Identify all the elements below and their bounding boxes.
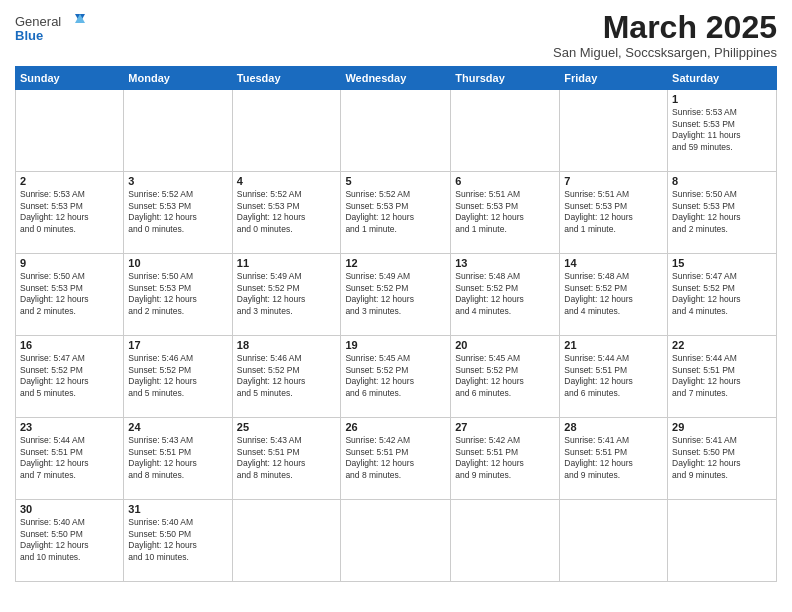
day-num: 23 (20, 421, 119, 433)
table-row: 30 Sunrise: 5:40 AMSunset: 5:50 PMDaylig… (16, 500, 777, 582)
day-num: 1 (672, 93, 772, 105)
day-info: Sunrise: 5:49 AMSunset: 5:52 PMDaylight:… (345, 271, 446, 317)
logo: General Blue (15, 10, 85, 48)
calendar-page: General Blue March 2025 San Miguel, Socc… (0, 0, 792, 612)
day-info: Sunrise: 5:41 AMSunset: 5:50 PMDaylight:… (672, 435, 772, 481)
header-monday: Monday (124, 67, 232, 90)
day-cell-4: 4 Sunrise: 5:52 AMSunset: 5:53 PMDayligh… (232, 172, 341, 254)
day-num: 11 (237, 257, 337, 269)
day-cell-29: 29 Sunrise: 5:41 AMSunset: 5:50 PMDaylig… (668, 418, 777, 500)
header-saturday: Saturday (668, 67, 777, 90)
header-sunday: Sunday (16, 67, 124, 90)
table-row: 23 Sunrise: 5:44 AMSunset: 5:51 PMDaylig… (16, 418, 777, 500)
subtitle: San Miguel, Soccsksargen, Philippines (553, 45, 777, 60)
day-info: Sunrise: 5:45 AMSunset: 5:52 PMDaylight:… (345, 353, 446, 399)
day-cell-15: 15 Sunrise: 5:47 AMSunset: 5:52 PMDaylig… (668, 254, 777, 336)
day-info: Sunrise: 5:50 AMSunset: 5:53 PMDaylight:… (20, 271, 119, 317)
table-row: 9 Sunrise: 5:50 AMSunset: 5:53 PMDayligh… (16, 254, 777, 336)
day-info: Sunrise: 5:46 AMSunset: 5:52 PMDaylight:… (128, 353, 227, 399)
day-cell-9: 9 Sunrise: 5:50 AMSunset: 5:53 PMDayligh… (16, 254, 124, 336)
day-cell-14: 14 Sunrise: 5:48 AMSunset: 5:52 PMDaylig… (560, 254, 668, 336)
calendar-table: Sunday Monday Tuesday Wednesday Thursday… (15, 66, 777, 582)
day-num: 16 (20, 339, 119, 351)
header-tuesday: Tuesday (232, 67, 341, 90)
day-num: 28 (564, 421, 663, 433)
day-info: Sunrise: 5:43 AMSunset: 5:51 PMDaylight:… (237, 435, 337, 481)
day-cell-13: 13 Sunrise: 5:48 AMSunset: 5:52 PMDaylig… (451, 254, 560, 336)
day-cell-1: 1 Sunrise: 5:53 AMSunset: 5:53 PMDayligh… (668, 90, 777, 172)
day-info: Sunrise: 5:45 AMSunset: 5:52 PMDaylight:… (455, 353, 555, 399)
svg-text:Blue: Blue (15, 28, 43, 43)
day-info: Sunrise: 5:44 AMSunset: 5:51 PMDaylight:… (672, 353, 772, 399)
day-num: 31 (128, 503, 227, 515)
day-cell-8: 8 Sunrise: 5:50 AMSunset: 5:53 PMDayligh… (668, 172, 777, 254)
table-row: 2 Sunrise: 5:53 AMSunset: 5:53 PMDayligh… (16, 172, 777, 254)
day-cell-11: 11 Sunrise: 5:49 AMSunset: 5:52 PMDaylig… (232, 254, 341, 336)
day-num: 10 (128, 257, 227, 269)
day-info: Sunrise: 5:49 AMSunset: 5:52 PMDaylight:… (237, 271, 337, 317)
empty-cell (341, 90, 451, 172)
day-info: Sunrise: 5:50 AMSunset: 5:53 PMDaylight:… (128, 271, 227, 317)
day-num: 24 (128, 421, 227, 433)
day-num: 19 (345, 339, 446, 351)
empty-cell (668, 500, 777, 582)
generalblue-logo: General Blue (15, 10, 85, 48)
empty-cell (232, 90, 341, 172)
empty-cell (451, 500, 560, 582)
day-info: Sunrise: 5:44 AMSunset: 5:51 PMDaylight:… (564, 353, 663, 399)
empty-cell (232, 500, 341, 582)
empty-cell (124, 90, 232, 172)
svg-text:General: General (15, 14, 61, 29)
day-info: Sunrise: 5:51 AMSunset: 5:53 PMDaylight:… (455, 189, 555, 235)
day-num: 26 (345, 421, 446, 433)
day-num: 20 (455, 339, 555, 351)
month-title: March 2025 (553, 10, 777, 45)
day-info: Sunrise: 5:42 AMSunset: 5:51 PMDaylight:… (455, 435, 555, 481)
day-cell-7: 7 Sunrise: 5:51 AMSunset: 5:53 PMDayligh… (560, 172, 668, 254)
day-num: 3 (128, 175, 227, 187)
day-cell-17: 17 Sunrise: 5:46 AMSunset: 5:52 PMDaylig… (124, 336, 232, 418)
day-cell-18: 18 Sunrise: 5:46 AMSunset: 5:52 PMDaylig… (232, 336, 341, 418)
day-num: 29 (672, 421, 772, 433)
empty-cell (560, 90, 668, 172)
day-info: Sunrise: 5:40 AMSunset: 5:50 PMDaylight:… (20, 517, 119, 563)
day-num: 5 (345, 175, 446, 187)
day-num: 13 (455, 257, 555, 269)
day-cell-20: 20 Sunrise: 5:45 AMSunset: 5:52 PMDaylig… (451, 336, 560, 418)
day-info: Sunrise: 5:52 AMSunset: 5:53 PMDaylight:… (128, 189, 227, 235)
empty-cell (560, 500, 668, 582)
day-num: 27 (455, 421, 555, 433)
title-block: March 2025 San Miguel, Soccsksargen, Phi… (553, 10, 777, 60)
day-num: 18 (237, 339, 337, 351)
day-cell-25: 25 Sunrise: 5:43 AMSunset: 5:51 PMDaylig… (232, 418, 341, 500)
day-info: Sunrise: 5:52 AMSunset: 5:53 PMDaylight:… (237, 189, 337, 235)
day-info: Sunrise: 5:48 AMSunset: 5:52 PMDaylight:… (455, 271, 555, 317)
day-num: 15 (672, 257, 772, 269)
table-row: 1 Sunrise: 5:53 AMSunset: 5:53 PMDayligh… (16, 90, 777, 172)
empty-cell (16, 90, 124, 172)
day-cell-24: 24 Sunrise: 5:43 AMSunset: 5:51 PMDaylig… (124, 418, 232, 500)
day-num: 21 (564, 339, 663, 351)
day-num: 7 (564, 175, 663, 187)
day-cell-30: 30 Sunrise: 5:40 AMSunset: 5:50 PMDaylig… (16, 500, 124, 582)
day-num: 14 (564, 257, 663, 269)
day-info: Sunrise: 5:44 AMSunset: 5:51 PMDaylight:… (20, 435, 119, 481)
header: General Blue March 2025 San Miguel, Socc… (15, 10, 777, 60)
table-row: 16 Sunrise: 5:47 AMSunset: 5:52 PMDaylig… (16, 336, 777, 418)
day-info: Sunrise: 5:47 AMSunset: 5:52 PMDaylight:… (672, 271, 772, 317)
day-num: 9 (20, 257, 119, 269)
day-num: 8 (672, 175, 772, 187)
weekday-header-row: Sunday Monday Tuesday Wednesday Thursday… (16, 67, 777, 90)
day-cell-22: 22 Sunrise: 5:44 AMSunset: 5:51 PMDaylig… (668, 336, 777, 418)
day-info: Sunrise: 5:42 AMSunset: 5:51 PMDaylight:… (345, 435, 446, 481)
day-cell-21: 21 Sunrise: 5:44 AMSunset: 5:51 PMDaylig… (560, 336, 668, 418)
day-num: 6 (455, 175, 555, 187)
day-info: Sunrise: 5:52 AMSunset: 5:53 PMDaylight:… (345, 189, 446, 235)
day-cell-3: 3 Sunrise: 5:52 AMSunset: 5:53 PMDayligh… (124, 172, 232, 254)
day-info: Sunrise: 5:46 AMSunset: 5:52 PMDaylight:… (237, 353, 337, 399)
day-num: 25 (237, 421, 337, 433)
day-cell-28: 28 Sunrise: 5:41 AMSunset: 5:51 PMDaylig… (560, 418, 668, 500)
empty-cell (451, 90, 560, 172)
day-cell-26: 26 Sunrise: 5:42 AMSunset: 5:51 PMDaylig… (341, 418, 451, 500)
header-friday: Friday (560, 67, 668, 90)
